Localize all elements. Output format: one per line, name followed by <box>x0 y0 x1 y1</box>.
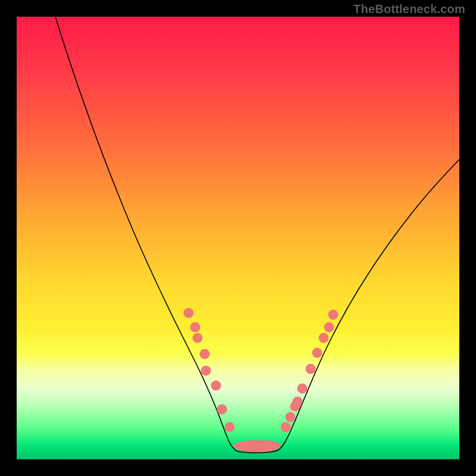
data-marker <box>286 412 296 422</box>
chart-svg <box>17 17 459 459</box>
data-marker <box>298 384 308 394</box>
data-marker <box>201 366 211 376</box>
data-marker <box>328 310 339 320</box>
curve-min-marker <box>232 440 281 452</box>
chart-frame <box>17 17 459 459</box>
left-marker-group <box>184 308 235 433</box>
data-marker <box>184 308 194 318</box>
watermark-text: TheBottleneck.com <box>353 2 465 16</box>
data-marker <box>200 349 210 359</box>
bottleneck-curve <box>55 17 459 453</box>
data-marker <box>281 422 291 433</box>
data-marker <box>193 333 203 343</box>
data-marker <box>312 348 322 358</box>
data-marker <box>293 397 303 407</box>
right-marker-group <box>281 310 339 433</box>
data-marker <box>306 364 316 374</box>
data-marker <box>225 422 235 433</box>
data-marker <box>319 333 329 343</box>
data-marker <box>211 381 221 391</box>
data-marker <box>324 322 334 333</box>
data-marker <box>217 405 227 415</box>
data-marker <box>190 322 201 333</box>
